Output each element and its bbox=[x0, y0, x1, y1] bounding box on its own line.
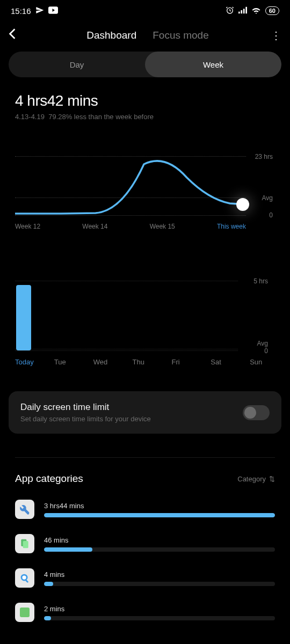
category-icon bbox=[15, 603, 34, 622]
signal-icon bbox=[238, 6, 247, 16]
category-bar bbox=[44, 582, 275, 586]
svg-rect-4 bbox=[243, 9, 245, 13]
category-bar bbox=[44, 513, 275, 517]
categories-sort[interactable]: Category ⇅ bbox=[237, 475, 275, 483]
summary-comparison: 4.13-4.19 79.28% less than the week befo… bbox=[15, 113, 275, 121]
tab-dashboard[interactable]: Dashboard bbox=[86, 30, 136, 41]
category-item[interactable]: 3 hrs44 mins bbox=[15, 500, 275, 519]
category-item[interactable]: 2 mins bbox=[15, 603, 275, 622]
app-categories: App categories Category ⇅ 3 hrs44 mins46… bbox=[15, 473, 275, 622]
telegram-icon bbox=[35, 6, 44, 16]
ylabel-zero2: 0 bbox=[264, 347, 268, 355]
ylabel-zero: 0 bbox=[269, 211, 273, 219]
category-duration: 4 mins bbox=[44, 570, 275, 579]
youtube-icon bbox=[48, 6, 58, 16]
svg-rect-11 bbox=[20, 608, 30, 617]
back-button[interactable] bbox=[9, 28, 25, 43]
ylabel-avg: Avg bbox=[262, 194, 273, 202]
current-week-dot bbox=[236, 198, 249, 211]
segment-week[interactable]: Week bbox=[145, 52, 281, 77]
header: Dashboard Focus mode ⋮ bbox=[0, 21, 290, 49]
svg-point-9 bbox=[22, 575, 26, 579]
more-button[interactable]: ⋮ bbox=[271, 29, 281, 42]
status-time: 15:16 bbox=[11, 6, 31, 16]
category-icon bbox=[15, 534, 34, 553]
category-duration: 3 hrs44 mins bbox=[44, 502, 275, 510]
svg-rect-5 bbox=[245, 6, 247, 13]
summary-duration: 4 hrs42 mins bbox=[15, 92, 275, 109]
segment-day[interactable]: Day bbox=[9, 52, 145, 77]
limit-subtitle: Set daily screen time limits for your de… bbox=[20, 415, 151, 423]
wifi-icon bbox=[251, 6, 261, 16]
ylabel-max2: 5 hrs bbox=[253, 277, 268, 285]
category-bar bbox=[44, 616, 275, 620]
ylabel-max: 23 hrs bbox=[255, 153, 273, 160]
battery-icon: 60 bbox=[265, 6, 279, 15]
screen-time-limit-card[interactable]: Daily screen time limit Set daily screen… bbox=[9, 391, 281, 434]
svg-rect-2 bbox=[238, 11, 240, 13]
sort-icon: ⇅ bbox=[269, 475, 275, 483]
svg-rect-7 bbox=[23, 541, 28, 548]
weekly-xlabels: Week 12 Week 14 Week 15 This week bbox=[15, 223, 246, 230]
status-bar: 15:16 60 bbox=[0, 0, 290, 21]
categories-title: App categories bbox=[15, 473, 83, 485]
svg-rect-3 bbox=[241, 10, 242, 13]
category-duration: 2 mins bbox=[44, 605, 275, 613]
category-icon bbox=[15, 500, 34, 519]
category-item[interactable]: 46 mins bbox=[15, 534, 275, 553]
category-duration: 46 mins bbox=[44, 536, 275, 544]
category-bar bbox=[44, 547, 275, 552]
ylabel-avg2: Avg bbox=[257, 340, 268, 347]
svg-rect-10 bbox=[25, 580, 28, 583]
limit-toggle[interactable] bbox=[243, 405, 270, 420]
limit-title: Daily screen time limit bbox=[20, 402, 151, 413]
divider bbox=[15, 457, 275, 458]
summary: 4 hrs42 mins 4.13-4.19 79.28% less than … bbox=[0, 77, 290, 124]
category-item[interactable]: 4 mins bbox=[15, 568, 275, 588]
daily-usage-chart[interactable]: 5 hrs Avg 0 Today Tue Wed Thu Fri Sat Su… bbox=[15, 281, 275, 377]
period-segment: Day Week bbox=[9, 52, 281, 77]
weekly-usage-chart[interactable]: 23 hrs Avg 0 Week 12 Week 14 Week 15 Thi… bbox=[15, 156, 275, 242]
alarm-icon bbox=[226, 6, 234, 16]
tab-focus-mode[interactable]: Focus mode bbox=[153, 30, 209, 41]
bar-today bbox=[16, 285, 31, 350]
daily-xlabels: Today Tue Wed Thu Fri Sat Sun bbox=[15, 358, 289, 366]
category-icon bbox=[15, 568, 34, 588]
